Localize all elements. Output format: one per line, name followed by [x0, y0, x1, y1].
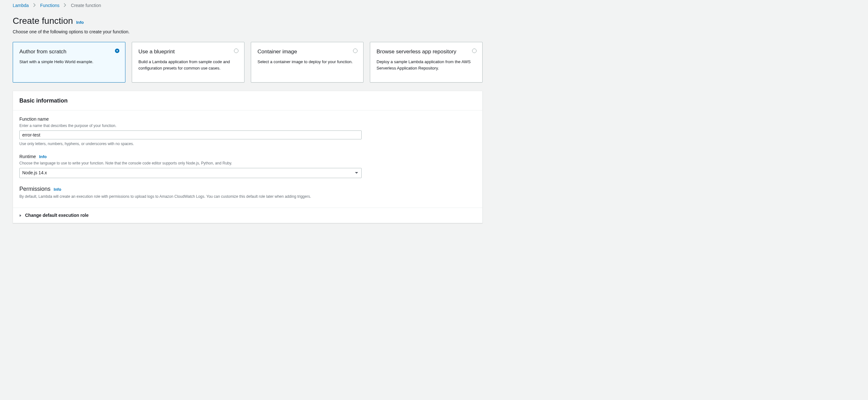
runtime-select[interactable]: Node.js 14.x — [19, 168, 362, 178]
option-desc: Deploy a sample Lambda application from … — [376, 59, 476, 71]
option-desc: Select a container image to deploy for y… — [257, 59, 357, 65]
option-author-from-scratch[interactable]: Author from scratch Start with a simple … — [13, 42, 125, 83]
caret-right-icon — [19, 214, 22, 217]
chevron-right-icon — [64, 3, 66, 9]
option-desc: Start with a simple Hello World example. — [19, 59, 119, 65]
option-container-image[interactable]: Container image Select a container image… — [251, 42, 364, 83]
breadcrumb-lambda[interactable]: Lambda — [13, 3, 29, 9]
function-name-label: Function name — [19, 116, 49, 123]
function-name-input[interactable] — [19, 130, 362, 140]
basic-information-panel: Basic information Function name Enter a … — [13, 91, 483, 223]
runtime-hint: Choose the language to use to write your… — [19, 161, 476, 166]
info-link[interactable]: Info — [76, 20, 84, 25]
runtime-label: Runtime — [19, 154, 36, 160]
info-link[interactable]: Info — [39, 154, 47, 160]
option-title: Browse serverless app repository — [376, 48, 476, 56]
function-name-hint: Enter a name that describes the purpose … — [19, 123, 476, 129]
breadcrumb: Lambda Functions Create function — [13, 3, 483, 9]
breadcrumb-current: Create function — [71, 3, 101, 9]
function-name-group: Function name Enter a name that describe… — [19, 116, 476, 147]
creation-options: Author from scratch Start with a simple … — [13, 42, 483, 83]
runtime-value: Node.js 14.x — [22, 170, 47, 176]
option-title: Use a blueprint — [138, 48, 238, 56]
panel-title: Basic information — [19, 97, 476, 105]
permissions-desc: By default, Lambda will create an execut… — [19, 194, 476, 199]
page-title: Create function — [13, 14, 73, 27]
function-name-constraint: Use only letters, numbers, hyphens, or u… — [19, 141, 476, 147]
chevron-right-icon — [33, 3, 36, 9]
expand-title: Change default execution role — [25, 212, 89, 219]
option-title: Container image — [257, 48, 357, 56]
option-title: Author from scratch — [19, 48, 119, 56]
option-serverless-repo[interactable]: Browse serverless app repository Deploy … — [370, 42, 483, 83]
change-default-execution-role[interactable]: Change default execution role — [13, 208, 482, 223]
option-desc: Build a Lambda application from sample c… — [138, 59, 238, 71]
permissions-label: Permissions — [19, 185, 51, 193]
permissions-group: Permissions Info By default, Lambda will… — [19, 185, 476, 199]
runtime-group: Runtime Info Choose the language to use … — [19, 154, 476, 178]
option-use-blueprint[interactable]: Use a blueprint Build a Lambda applicati… — [132, 42, 245, 83]
page-subtitle: Choose one of the following options to c… — [13, 29, 483, 35]
info-link[interactable]: Info — [54, 187, 61, 192]
breadcrumb-functions[interactable]: Functions — [40, 3, 60, 9]
